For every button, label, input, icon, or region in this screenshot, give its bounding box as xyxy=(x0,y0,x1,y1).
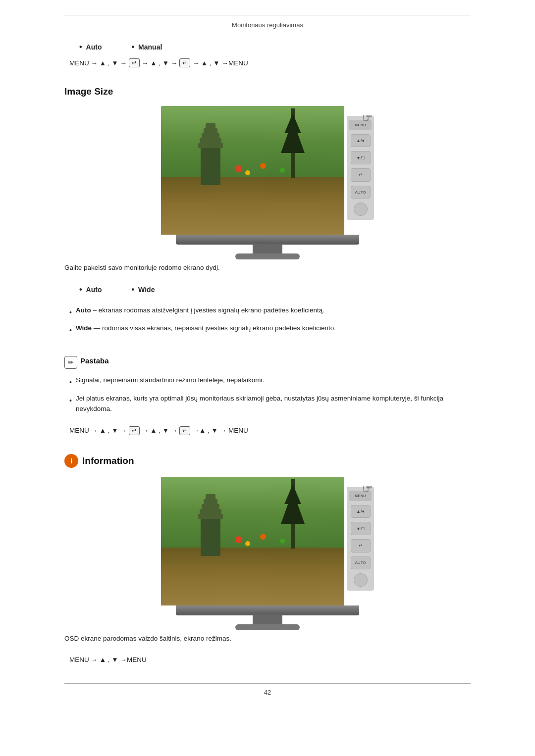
information-label: Information xyxy=(82,455,134,466)
image-size-heading: Image Size xyxy=(64,86,471,97)
side-panel-1: MENU ▲/● ▼/□ ↵ AUTO xyxy=(347,116,374,220)
information-description: OSD ekrane parodomas vaizdo šaltinis, ek… xyxy=(64,633,471,644)
auto-manual-bullets: • Auto • Manual xyxy=(64,43,471,51)
pencil-icon: ✏ xyxy=(64,356,77,369)
bottom-divider xyxy=(64,683,471,684)
menu-formula-2: MENU → ▲ , ▼ → ↵ → ▲ , ▼ → ↵ →▲ , ▼ → ME… xyxy=(64,426,471,435)
auto-bullet: • Auto xyxy=(79,43,102,51)
monitor-image-2: MENU ▲/● ▼/□ ↵ AUTO ☞ xyxy=(64,477,471,615)
auto-wide-bullets: • Auto • Wide xyxy=(64,285,471,294)
manual-label: Manual xyxy=(138,43,162,51)
monitor-image-1: MENU ▲/● ▼/□ ↵ AUTO ☞ xyxy=(64,106,471,245)
information-heading: i Information xyxy=(64,454,471,468)
monitor-screen-2 xyxy=(161,477,344,605)
note-bullet-1: • Signalai, neprieinami standartinio rež… xyxy=(64,375,471,388)
information-icon: i xyxy=(64,454,78,468)
wide-label: Wide xyxy=(138,286,155,294)
manual-bullet: • Manual xyxy=(132,43,162,51)
wide-bullet: • Wide xyxy=(132,285,155,294)
hand-pointer-icon: ☞ xyxy=(362,111,373,125)
auto-label: Auto xyxy=(86,43,102,51)
note-bullet-1-text: Signalai, neprieinami standartinio režim… xyxy=(76,375,264,386)
hand-pointer-icon-2: ☞ xyxy=(362,482,373,496)
auto-description-bullet: • Auto – ekranas rodomas atsižvelgiant į… xyxy=(64,305,471,318)
auto-label-2: Auto xyxy=(86,286,102,294)
page-header: Monitoriaus reguliavimas xyxy=(64,15,471,29)
wide-description-bullet: • Wide — rodomas visas ekranas, nepaisan… xyxy=(64,323,471,336)
note-label: Pastaba xyxy=(80,355,109,365)
side-panel-2: MENU ▲/● ▼/□ ↵ AUTO xyxy=(347,487,374,591)
note-section: ✏ Pastaba xyxy=(64,355,471,369)
image-size-description: Galite pakeisti savo monitoriuje rodomo … xyxy=(64,262,471,273)
note-bullet-2-text: Jei platus ekranas, kuris yra optimali j… xyxy=(76,393,471,414)
monitor-screen-1 xyxy=(161,106,344,235)
menu-formula-1: MENU → ▲ , ▼ → ↵ → ▲ , ▼ → ↵ → ▲ , ▼ →ME… xyxy=(64,58,471,67)
menu-formula-3: MENU → ▲ , ▼ →MENU xyxy=(64,656,471,663)
page-number: 42 xyxy=(64,689,471,696)
note-bullet-2: • Jei platus ekranas, kuris yra optimali… xyxy=(64,393,471,414)
auto-bullet-2: • Auto xyxy=(79,285,102,294)
header-title: Monitoriaus reguliavimas xyxy=(232,21,303,29)
